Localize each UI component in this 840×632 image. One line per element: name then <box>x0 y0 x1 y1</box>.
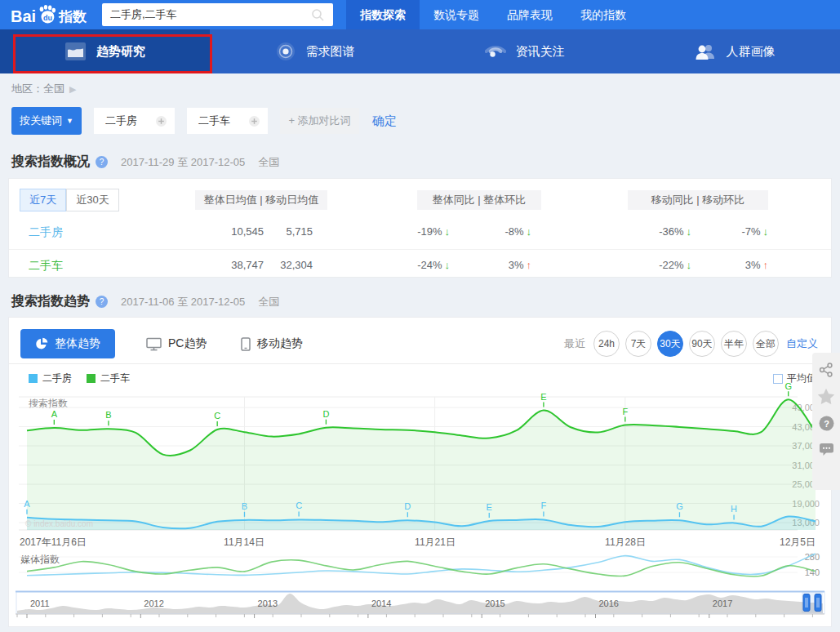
range-half-year[interactable]: 半年 <box>721 331 747 357</box>
chevron-right-icon: ▶ <box>69 84 76 95</box>
subnav-trend-research[interactable]: 趋势研究 <box>0 29 210 73</box>
tab-mobile-trend[interactable]: 移动趋势 <box>241 329 303 358</box>
keyword-mode-dropdown[interactable]: 按关键词 ▼ <box>11 107 82 135</box>
tab-label: PC趋势 <box>168 336 207 351</box>
share-icon[interactable] <box>819 363 833 377</box>
svg-text:2011: 2011 <box>30 599 50 608</box>
pie-chart-icon <box>35 337 48 350</box>
keyword-chip-2[interactable]: 二手车 <box>187 108 268 134</box>
overall-mom-value: -8%↓ <box>450 216 531 247</box>
range-7d[interactable]: 7天 <box>625 331 651 357</box>
table-row: 二手车 38,747 32,304 -24%↓ 3%↑ -22%↓ 3%↑ <box>9 249 831 278</box>
confirm-button[interactable]: 确定 <box>372 113 397 129</box>
range-90d[interactable]: 90天 <box>689 331 715 357</box>
svg-text:280: 280 <box>805 552 820 562</box>
search-icon[interactable] <box>311 8 325 22</box>
plus-circle-icon[interactable] <box>248 115 260 127</box>
top-nav-my-index[interactable]: 我的指数 <box>567 0 640 29</box>
svg-text:2016: 2016 <box>599 599 619 608</box>
svg-text:F: F <box>622 407 628 416</box>
subnav: 趋势研究 需求图谱 资讯关注 <box>0 29 840 73</box>
region-value[interactable]: 全国 <box>43 82 64 96</box>
average-checkbox[interactable] <box>773 374 783 384</box>
subnav-audience-profile[interactable]: 人群画像 <box>629 29 839 73</box>
mobile-phone-icon <box>241 337 251 351</box>
top-nav-brand[interactable]: 品牌表现 <box>493 0 567 29</box>
svg-text:E: E <box>487 502 492 512</box>
keyword-chip-1[interactable]: 二手房 <box>94 108 175 134</box>
subnav-label: 需求图谱 <box>306 44 355 60</box>
region-selector[interactable]: 地区： 全国 ▶ <box>11 82 76 96</box>
tab-last-30-days[interactable]: 近30天 <box>66 189 118 211</box>
svg-text:?: ? <box>824 419 829 429</box>
time-range-bar: 最近 24h 7天 30天 90天 半年 全部 自定义 <box>564 331 818 357</box>
mobile-yoy-value: -22%↓ <box>602 250 691 281</box>
svg-text:E: E <box>540 392 546 402</box>
svg-text:A: A <box>24 499 30 509</box>
svg-text:B: B <box>242 501 247 511</box>
tab-pc-trend[interactable]: PC趋势 <box>146 329 207 358</box>
signal-icon <box>485 41 506 62</box>
svg-text:C: C <box>214 411 220 421</box>
svg-text:du: du <box>43 14 52 22</box>
help-icon[interactable]: ? <box>96 156 108 168</box>
tab-last-7-days[interactable]: 近7天 <box>20 189 66 211</box>
help-icon[interactable]: ? <box>819 416 834 431</box>
range-24h[interactable]: 24h <box>593 331 620 357</box>
x-tick-label: 11月28日 <box>605 536 646 550</box>
side-toolbar: ? <box>812 353 840 490</box>
timeline-navigator[interactable]: 2011201220132014201520162017 <box>16 590 826 620</box>
subnav-demand-map[interactable]: 需求图谱 <box>210 29 420 73</box>
overview-section-header: 搜索指数概况 ? 2017-11-29 至 2017-12-05 全国 <box>11 154 279 171</box>
keyword-link[interactable]: 二手车 <box>29 250 63 281</box>
table-row: 二手房 10,545 5,715 -19%↓ -8%↓ -36%↓ -7%↓ <box>9 216 831 249</box>
divider <box>9 363 831 364</box>
svg-text:2014: 2014 <box>371 599 391 608</box>
svg-text:2015: 2015 <box>485 599 504 608</box>
svg-text:G: G <box>784 383 792 391</box>
top-nav-index-explore[interactable]: 指数探索 <box>346 0 420 29</box>
overview-tabs: 近7天 近30天 <box>20 189 119 211</box>
mobile-avg-value: 32,304 <box>247 250 313 281</box>
svg-text:2012: 2012 <box>144 599 163 608</box>
add-compare-word-button[interactable]: + 添加对比词 <box>280 108 359 134</box>
trend-card: 整体趋势 PC趋势 移动趋势 最近 24h <box>8 317 832 627</box>
logo-text-suffix: 指数 <box>59 7 87 27</box>
baidu-index-page: Bai du 指数 二手房,二手车 <box>0 0 840 632</box>
trend-arrow-icon: ↑ <box>763 259 769 271</box>
x-tick-label: 2017年11月6日 <box>20 536 87 550</box>
col-header-mobile-compare: 移动同比 | 移动环比 <box>628 190 768 210</box>
subnav-news-attention[interactable]: 资讯关注 <box>420 29 629 73</box>
chevron-down-icon: ▼ <box>66 117 73 125</box>
baidu-paw-icon: du <box>37 4 58 29</box>
range-all[interactable]: 全部 <box>753 331 779 357</box>
search-index-chart[interactable]: 49,00043,00037,00031,00025,00019,00013,0… <box>16 383 826 536</box>
mobile-yoy-value: -36%↓ <box>602 216 691 247</box>
trend-region: 全国 <box>258 295 279 309</box>
top-nav-data-topics[interactable]: 数说专题 <box>420 0 493 29</box>
star-icon[interactable] <box>817 388 835 405</box>
baidu-index-logo[interactable]: Bai du 指数 <box>11 2 87 27</box>
subnav-label: 人群画像 <box>727 44 776 60</box>
trend-section-header: 搜索指数趋势 ? 2017-11-06 至 2017-12-05 全国 <box>11 293 279 310</box>
tab-overall-trend[interactable]: 整体趋势 <box>20 329 115 358</box>
svg-text:A: A <box>51 409 58 419</box>
media-index-chart[interactable]: 280140 <box>16 549 826 588</box>
tab-label: 移动趋势 <box>257 336 303 351</box>
region-label: 地区： <box>11 82 43 96</box>
svg-text:2017: 2017 <box>713 599 732 608</box>
plus-circle-icon[interactable] <box>155 115 167 127</box>
keyword-link[interactable]: 二手房 <box>29 216 63 247</box>
trend-arrow-icon: ↓ <box>527 225 532 238</box>
range-custom[interactable]: 自定义 <box>786 336 818 351</box>
feedback-icon[interactable] <box>819 442 834 456</box>
x-tick-label: 11月21日 <box>415 536 456 550</box>
svg-text:C: C <box>296 501 302 510</box>
x-tick-label: 11月14日 <box>224 536 264 550</box>
keyword-bar: 按关键词 ▼ 二手房 二手车 + 添加对比词 <box>11 107 397 135</box>
people-icon <box>694 42 717 61</box>
range-30d[interactable]: 30天 <box>657 331 683 357</box>
tab-label: 整体趋势 <box>55 336 100 351</box>
search-input[interactable]: 二手房,二手车 <box>102 3 333 26</box>
help-icon[interactable]: ? <box>96 296 108 308</box>
